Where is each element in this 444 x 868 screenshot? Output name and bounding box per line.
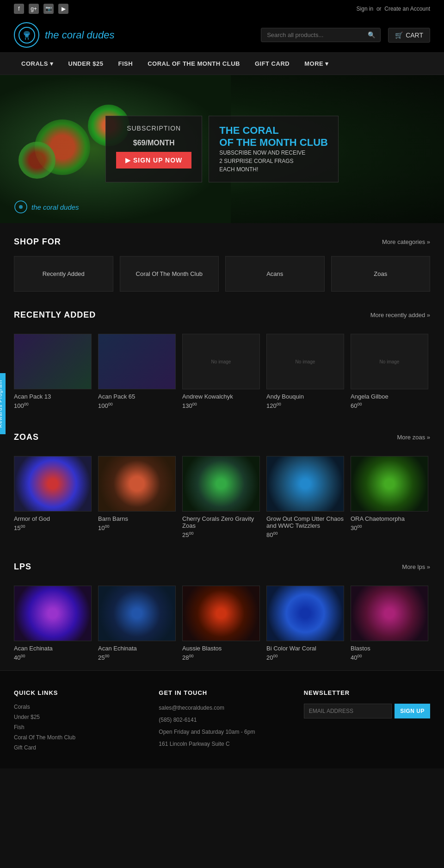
product-price: 13000 bbox=[182, 402, 260, 409]
product-armor-of-god[interactable]: Armor of God 1500 bbox=[14, 456, 92, 538]
product-image: No image bbox=[182, 334, 260, 389]
product-price: 8000 bbox=[266, 531, 344, 538]
nav-fish[interactable]: FISH bbox=[111, 53, 141, 75]
svg-point-6 bbox=[28, 33, 30, 35]
product-acan-enc2[interactable]: Acan Echinata 2500 bbox=[98, 586, 176, 661]
product-grow-out[interactable]: Grow Out Comp Utter Chaos and WWC Twizzl… bbox=[266, 456, 344, 538]
product-image bbox=[14, 456, 92, 512]
svg-point-5 bbox=[24, 33, 26, 35]
hero-sub-label: SUBSCRIPTION bbox=[116, 125, 191, 132]
logo-area: the coral dudes bbox=[14, 22, 114, 48]
cart-button[interactable]: 🛒 CART bbox=[388, 28, 430, 43]
product-name: Acan Echinata bbox=[98, 645, 176, 652]
site-name: the coral dudes bbox=[45, 29, 114, 41]
nav-gift-card[interactable]: GIFT CARD bbox=[247, 53, 297, 75]
hero-logo: the coral dudes bbox=[14, 200, 79, 214]
category-acans[interactable]: Acans bbox=[225, 256, 325, 292]
newsletter-email-input[interactable] bbox=[304, 704, 392, 718]
product-ora-chaeto[interactable]: ORA Chaetomorpha 3000 bbox=[351, 456, 428, 538]
lps-title: LPS bbox=[14, 562, 31, 572]
footer-quick-links-title: QUICK LINKS bbox=[14, 689, 140, 696]
product-price: 1500 bbox=[14, 524, 92, 531]
svg-rect-3 bbox=[25, 37, 26, 40]
shop-for-header: SHOP FOR More categories » bbox=[14, 237, 430, 247]
product-cherry-corals[interactable]: Cherry Corals Zero Gravity Zoas 2500 bbox=[182, 456, 260, 538]
search-input[interactable] bbox=[261, 28, 363, 42]
footer: QUICK LINKS Corals Under $25 Fish Coral … bbox=[0, 670, 444, 768]
sign-in-link[interactable]: Sign in bbox=[357, 6, 374, 12]
category-cards: Recently Added Coral Of The Month Club A… bbox=[14, 256, 430, 292]
product-name: Andrew Kowalchyk bbox=[182, 393, 260, 400]
instagram-icon[interactable]: 📷 bbox=[43, 4, 54, 14]
footer-quick-links: QUICK LINKS Corals Under $25 Fish Coral … bbox=[14, 689, 140, 755]
product-acan-pack13[interactable]: Acan Pack 13 10000 bbox=[14, 334, 92, 409]
zoas-grid: Armor of God 1500 Barn Barns 1000 Cherry… bbox=[0, 456, 444, 548]
header: the coral dudes 🔍 🛒 CART bbox=[0, 18, 444, 53]
product-acan-enc1[interactable]: Acan Echinata 4000 bbox=[14, 586, 92, 661]
product-image bbox=[351, 586, 428, 641]
main-nav: CORALS ▾ UNDER $25 FISH CORAL OF THE MON… bbox=[0, 53, 444, 75]
product-name: Angela Gilboe bbox=[351, 393, 428, 400]
product-name: Acan Pack 13 bbox=[14, 393, 92, 400]
product-name: Barn Barns bbox=[98, 515, 176, 522]
hero-signup-button[interactable]: ▶ SIGN UP NOW bbox=[116, 152, 191, 169]
nav-more[interactable]: MORE ▾ bbox=[297, 53, 336, 75]
zoas-title: ZOAS bbox=[14, 432, 39, 442]
footer-link-fish[interactable]: Fish bbox=[14, 724, 140, 731]
recently-added-more[interactable]: More recently added » bbox=[370, 312, 430, 318]
product-name: Bi Color War Coral bbox=[266, 645, 344, 652]
product-aussie-blastos[interactable]: Aussie Blastos 2800 bbox=[182, 586, 260, 661]
product-acan-pack65[interactable]: Acan Pack 65 10000 bbox=[98, 334, 176, 409]
product-name: Acan Pack 65 bbox=[98, 393, 176, 400]
nav-corals[interactable]: CORALS ▾ bbox=[14, 53, 61, 75]
nav-coral-month-club[interactable]: CORAL OF THE MONTH CLUB bbox=[140, 53, 247, 75]
product-name: Andy Bouquin bbox=[266, 393, 344, 400]
nav-under25[interactable]: UNDER $25 bbox=[61, 53, 111, 75]
product-bicolor-war[interactable]: Bi Color War Coral 2000 bbox=[266, 586, 344, 661]
rewards-tab[interactable]: Rewards Program bbox=[0, 373, 6, 434]
category-zoas[interactable]: Zoas bbox=[331, 256, 431, 292]
googleplus-icon[interactable]: g+ bbox=[29, 4, 39, 14]
social-icons: f g+ 📷 ▶ bbox=[14, 4, 68, 14]
product-price: 4000 bbox=[14, 654, 92, 661]
category-coral-month[interactable]: Coral Of The Month Club bbox=[120, 256, 219, 292]
create-account-link[interactable]: Create an Account bbox=[384, 6, 430, 12]
product-name: Aussie Blastos bbox=[182, 645, 260, 652]
zoas-more[interactable]: More zoas » bbox=[397, 434, 430, 441]
lps-grid: Acan Echinata 4000 Acan Echinata 2500 Au… bbox=[0, 586, 444, 670]
product-price: 2500 bbox=[182, 531, 260, 538]
product-price: 2000 bbox=[266, 654, 344, 661]
no-image-label: No image bbox=[380, 359, 400, 364]
lps-header: LPS More lps » bbox=[14, 562, 430, 572]
product-image bbox=[182, 586, 260, 641]
shop-for-more[interactable]: More categories » bbox=[382, 238, 430, 245]
footer-link-corals[interactable]: Corals bbox=[14, 704, 140, 710]
search-button[interactable]: 🔍 bbox=[363, 28, 380, 42]
facebook-icon[interactable]: f bbox=[14, 4, 24, 14]
newsletter-signup-button[interactable]: SIGN UP bbox=[395, 704, 430, 718]
zoas-header: ZOAS More zoas » bbox=[14, 432, 430, 442]
lps-more[interactable]: More lps » bbox=[402, 563, 430, 570]
footer-link-under25[interactable]: Under $25 bbox=[14, 714, 140, 720]
youtube-icon[interactable]: ▶ bbox=[58, 4, 68, 14]
footer-link-coral-month[interactable]: Coral Of The Month Club bbox=[14, 734, 140, 741]
hero-title-line2: OF THE MONTH CLUB bbox=[219, 137, 328, 149]
recently-added-title: RECENTLY ADDED bbox=[14, 310, 96, 320]
footer-contact: GET IN TOUCH sales@thecoraldudes.com (58… bbox=[159, 689, 285, 755]
product-price: 1000 bbox=[98, 524, 176, 531]
product-barn-barns[interactable]: Barn Barns 1000 bbox=[98, 456, 176, 538]
product-image bbox=[14, 586, 92, 641]
hero-title-box: THE CORAL OF THE MONTH CLUB SUBSCRIBE NO… bbox=[209, 116, 339, 183]
product-angela[interactable]: No image Angela Gilboe 6000 bbox=[351, 334, 428, 409]
product-andrew[interactable]: No image Andrew Kowalchyk 13000 bbox=[182, 334, 260, 409]
product-name: ORA Chaetomorpha bbox=[351, 515, 428, 522]
product-andy[interactable]: No image Andy Bouquin 12000 bbox=[266, 334, 344, 409]
no-image-label: No image bbox=[296, 359, 315, 364]
hero-subscription-box: SUBSCRIPTION $69/MONTH ▶ SIGN UP NOW bbox=[105, 116, 202, 183]
search-bar: 🔍 bbox=[261, 28, 381, 42]
footer-link-gift-card[interactable]: Gift Card bbox=[14, 744, 140, 751]
product-blastos[interactable]: Blastos 4000 bbox=[351, 586, 428, 661]
category-recently-added[interactable]: Recently Added bbox=[14, 256, 113, 292]
hero-title-line1: THE CORAL bbox=[219, 125, 328, 137]
product-price: 4000 bbox=[351, 654, 428, 661]
